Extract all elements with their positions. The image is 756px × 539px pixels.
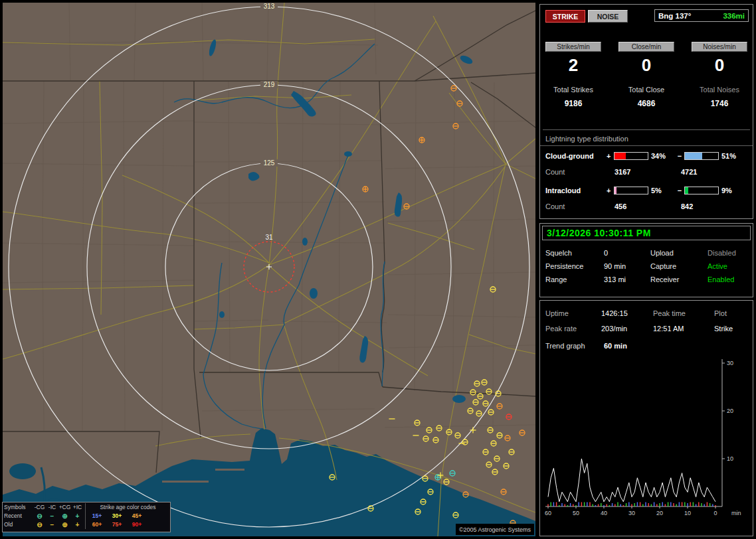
cg-minus-bar-fill (685, 153, 702, 159)
stats-row-1: Uptime 1426:15 Peak time Plot (545, 306, 750, 321)
cloud-ground-row: Cloud-ground + 34% − 51% (545, 152, 750, 160)
cg-plus-pct: 34% (648, 152, 675, 160)
legend-recent-label: Recent (4, 512, 33, 520)
legend-symbols-header: Symbols (4, 503, 33, 512)
peak-time-label: Peak time (653, 309, 714, 317)
svg-text:10: 10 (684, 510, 691, 516)
stats-row-2: Peak rate 203/min 12:51 AM Strike (545, 321, 750, 336)
distribution-title: Lightning type distribution (540, 135, 753, 146)
bearing-readout: Bng 137° 336mi (654, 9, 749, 22)
counters-groupbox: STRIKE NOISE Bng 137° 336mi Strikes/min … (539, 4, 753, 219)
ic-count-label: Count (545, 202, 614, 210)
svg-text:50: 50 (573, 510, 579, 516)
age-45: 45+ (127, 512, 147, 520)
ic-minus-old-icon: − (46, 520, 58, 529)
settings-groupbox: 3/12/2026 10:30:11 PM Squelch 0 Upload D… (539, 223, 753, 297)
strike-mode-button[interactable]: STRIKE (545, 10, 585, 23)
ic-minus-bar-fill (685, 187, 688, 194)
timestamp: 3/12/2026 10:30:11 PM (547, 228, 651, 238)
svg-text:20: 20 (656, 510, 663, 516)
svg-text:0: 0 (713, 510, 717, 516)
peak-rate-value: 203/min (601, 325, 653, 333)
map-legend: Symbols -CG -IC +CG +IC Strike age color… (2, 502, 171, 532)
age-30: 30+ (107, 512, 127, 520)
trend-groupbox: Uptime 1426:15 Peak time Plot Peak rate … (539, 300, 753, 536)
legend-col-ic-plus: +IC (71, 503, 84, 512)
total-noises-label: Total Noises (692, 86, 747, 94)
cg-plus-recent-icon: ⊕ (58, 512, 71, 520)
noise-mode-button[interactable]: NOISE (588, 10, 628, 23)
persistence-label: Persistence (545, 262, 604, 270)
receiver-label: Receiver (650, 275, 708, 283)
svg-text:313: 313 (264, 3, 275, 10)
legend-col-ic-minus: -IC (46, 503, 58, 512)
strikes-per-min-label: Strikes/min (545, 42, 601, 52)
timestamp-box: 3/12/2026 10:30:11 PM (542, 226, 751, 240)
cg-plus-old-icon: ⊕ (58, 520, 71, 529)
side-panel: STRIKE NOISE Bng 137° 336mi Strikes/min … (538, 0, 756, 539)
stormvue-window: 31321912531 Symbols -CG -IC +CG +IC Stri… (0, 0, 756, 539)
svg-text:30: 30 (727, 360, 733, 366)
intracloud-row: Intracloud + 5% − 9% (545, 187, 750, 194)
svg-text:125: 125 (264, 159, 275, 167)
cg-minus-bar (684, 152, 719, 160)
svg-text:60: 60 (545, 510, 551, 516)
cg-plus-sign: + (607, 152, 614, 160)
bearing-label: Bng 137° (658, 12, 691, 20)
uptime-value: 1426:15 (601, 309, 653, 317)
total-strikes-value: 9186 (545, 99, 601, 108)
svg-text:10: 10 (727, 455, 733, 462)
lightning-map[interactable]: 31321912531 (3, 3, 535, 536)
total-close-value: 4686 (618, 99, 674, 108)
persistence-value: 90 min (604, 262, 650, 270)
cg-count-label: Count (545, 168, 614, 176)
upload-status: Disabled (708, 249, 750, 257)
trend-graph-window: 60 min (604, 342, 627, 350)
total-noises-value: 1746 (692, 99, 747, 108)
ic-minus-bar (684, 187, 719, 194)
settings-row-persistence: Persistence 90 min Capture Active (545, 260, 750, 273)
ic-plus-bar-fill (614, 187, 616, 194)
settings-row-range: Range 313 mi Receiver Enabled (545, 273, 750, 286)
svg-text:40: 40 (601, 510, 607, 516)
upload-label: Upload (650, 249, 708, 257)
plot-mode-value: Strike (714, 325, 750, 333)
ic-plus-count: 456 (614, 202, 681, 210)
svg-text:20: 20 (727, 408, 733, 414)
close-per-min-value: 0 (618, 55, 674, 76)
legend-header-row: Symbols -CG -IC +CG +IC Strike age color… (4, 503, 169, 512)
capture-label: Capture (650, 262, 708, 270)
range-label: Range (545, 275, 604, 283)
legend-recent-row: Recent ⊖ − ⊕ + 15+ 30+ 45+ (4, 512, 169, 520)
total-strikes-label: Total Strikes (545, 86, 601, 94)
cg-plus-count: 3167 (614, 168, 681, 176)
noises-per-min-label: Noises/min (692, 42, 747, 52)
svg-text:min: min (731, 510, 741, 516)
age-60: 60+ (87, 520, 107, 529)
age-15: 15+ (87, 512, 107, 520)
legend-age-header: Strike age color codes (87, 503, 169, 512)
capture-status: Active (708, 262, 750, 270)
strikes-per-min-value: 2 (545, 55, 601, 76)
cg-minus-pct: 51% (719, 152, 745, 160)
squelch-value: 0 (604, 249, 650, 257)
svg-text:219: 219 (264, 81, 275, 88)
legend-old-label: Old (4, 520, 33, 529)
peak-time-value: 12:51 AM (653, 325, 714, 333)
intracloud-label: Intracloud (545, 187, 607, 194)
intracloud-count-row: Count 456 842 (545, 202, 747, 210)
legend-old-row: Old ⊖ − ⊕ + 60+ 75+ 90+ (4, 520, 169, 529)
cg-minus-recent-icon: ⊖ (33, 512, 46, 520)
uptime-label: Uptime (545, 309, 601, 317)
trend-graph-label: Trend graph (545, 342, 604, 350)
map-svg: 31321912531 (3, 3, 535, 536)
close-per-min-label: Close/min (618, 42, 674, 52)
noises-per-min-value: 0 (692, 55, 747, 76)
squelch-label: Squelch (545, 249, 604, 257)
trend-graph-row: Trend graph 60 min (545, 342, 627, 350)
age-90: 90+ (127, 520, 147, 529)
age-75: 75+ (107, 520, 127, 529)
cg-minus-old-icon: ⊖ (33, 520, 46, 529)
cg-minus-sign: − (675, 152, 684, 160)
cg-plus-bar (614, 152, 648, 160)
